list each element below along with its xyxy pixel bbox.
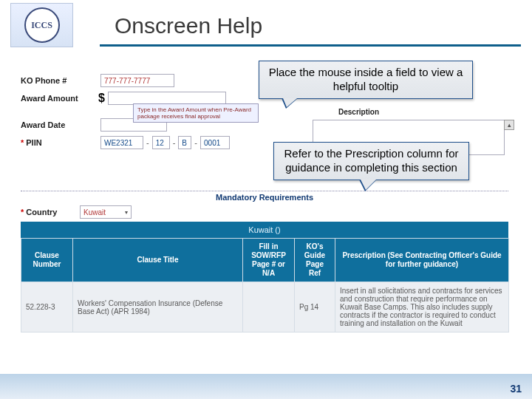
callout-tail-icon — [282, 98, 298, 109]
country-label-text: Country — [26, 208, 57, 216]
piin-b-field[interactable]: 12 — [152, 136, 170, 149]
callout-text: Refer to the Prescription column for gui… — [284, 147, 459, 174]
scroll-up-icon[interactable]: ▴ — [504, 120, 514, 130]
callout-tail-icon — [359, 180, 377, 191]
chevron-down-icon: ▾ — [125, 209, 128, 216]
mandatory-heading: Mandatory Requirements — [21, 191, 508, 202]
title-underline — [100, 44, 521, 47]
ko-phone-field[interactable]: 777-777-7777 — [100, 74, 174, 87]
dollar-sign: $ — [98, 92, 105, 105]
table-header-row: Clause Number Clause Title Fill in SOW/R… — [21, 239, 509, 282]
logo: ICCS — [10, 3, 73, 47]
label-ko-phone: KO Phone # — [21, 76, 100, 85]
piin-a-field[interactable]: WE2321 — [100, 136, 143, 149]
th-prescription: Prescription (See Contracting Officer's … — [335, 239, 509, 282]
logo-text: ICCS — [24, 7, 60, 43]
label-award-date: Award Date — [21, 120, 100, 129]
slide: ICCS Onscreen Help KO Phone # 777-777-77… — [0, 0, 532, 399]
piin-d-field[interactable]: 0001 — [200, 136, 230, 149]
th-clause-number: Clause Number — [21, 239, 73, 282]
label-description: Description — [338, 108, 379, 116]
hover-tooltip: Type in the Award Amount when Pre-Award … — [133, 103, 259, 123]
th-fill: Fill in SOW/RFP Page # or N/A — [243, 239, 295, 282]
table-row: 52.228-3 Workers' Compensation Insurance… — [21, 282, 509, 332]
cell-guide: Pg 14 — [295, 282, 335, 332]
country-value: Kuwait — [83, 208, 106, 216]
cell-clause-title: Workers' Compensation Insurance (Defense… — [73, 282, 243, 332]
country-select[interactable]: Kuwait ▾ — [80, 205, 132, 219]
callout-text: Place the mouse inside a field to view a… — [269, 66, 463, 92]
cell-clause-number: 52.228-3 — [21, 282, 73, 332]
piin-sep: - — [194, 138, 197, 147]
label-piin: *PIIN — [21, 138, 100, 147]
piin-sep: - — [173, 138, 176, 147]
page-title: Onscreen Help — [115, 13, 262, 38]
row-country: *Country Kuwait ▾ — [21, 205, 132, 219]
cell-prescription: Insert in all solicitations and contract… — [335, 282, 509, 332]
requirements-table: Clause Number Clause Title Fill in SOW/R… — [21, 238, 509, 332]
cell-fill[interactable] — [243, 282, 295, 332]
form-screenshot: KO Phone # 777-777-7777 Award Amount $ T… — [21, 74, 508, 369]
country-section-bar: Kuwait () — [21, 222, 508, 238]
footer-band — [0, 374, 532, 399]
label-award-amount: Award Amount — [21, 94, 100, 103]
th-clause-title: Clause Title — [73, 239, 243, 282]
callout-prescription-hint: Refer to the Prescription column for gui… — [273, 142, 469, 180]
label-country: *Country — [21, 208, 80, 216]
th-guide: KO's Guide Page Ref — [295, 239, 335, 282]
piin-label-text: PIIN — [26, 138, 41, 147]
callout-tooltip-hint: Place the mouse inside a field to view a… — [259, 61, 473, 99]
piin-sep: - — [146, 138, 149, 147]
page-number: 31 — [510, 383, 522, 395]
piin-c-field[interactable]: B — [178, 136, 191, 149]
